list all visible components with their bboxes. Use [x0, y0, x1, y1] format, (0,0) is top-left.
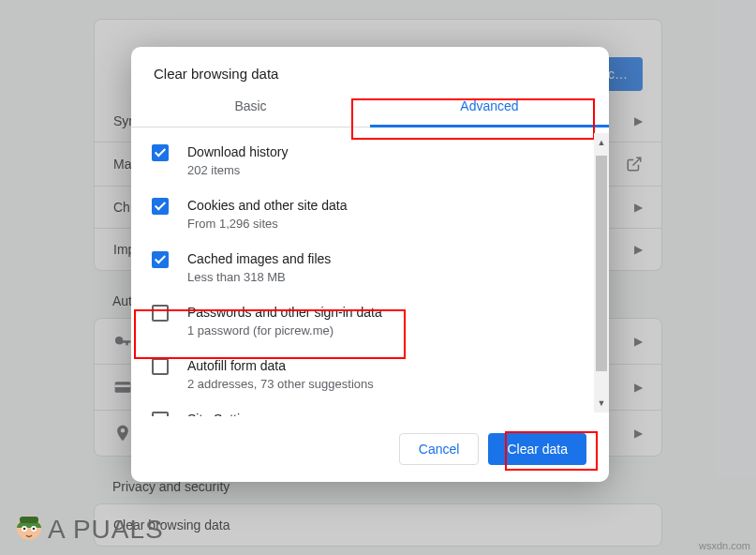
option-sublabel: From 1,296 sites: [187, 216, 347, 232]
mascot-icon: [7, 508, 51, 551]
appuals-logo: A PUALS: [7, 508, 164, 551]
option-label: Autofill form data: [187, 356, 374, 375]
tab-advanced[interactable]: Advanced: [370, 98, 609, 127]
dialog-tabs: Basic Advanced: [131, 98, 609, 128]
svg-point-8: [33, 528, 36, 531]
scrollbar-thumb[interactable]: [596, 156, 607, 371]
dialog-title: Clear browsing data: [131, 47, 609, 98]
checkbox-cookies[interactable]: [152, 198, 169, 215]
tab-basic[interactable]: Basic: [131, 98, 370, 127]
option-sublabel: 1 password (for picrew.me): [187, 322, 382, 339]
option-label: Site Settings: [187, 410, 261, 416]
option-sublabel: 202 items: [187, 162, 288, 179]
option-label: Cached images and files: [187, 249, 331, 268]
cancel-button[interactable]: Cancel: [399, 433, 480, 465]
option-sublabel: Less than 318 MB: [187, 269, 331, 286]
checkbox-download-history[interactable]: [152, 144, 169, 161]
checkbox-passwords[interactable]: [152, 305, 169, 322]
options-scroll-area: Download history 202 items Cookies and o…: [131, 128, 609, 416]
option-label: Download history: [187, 142, 288, 161]
option-label: Passwords and other sign-in data: [187, 303, 382, 322]
clear-browsing-data-dialog: Clear browsing data Basic Advanced Downl…: [131, 47, 609, 482]
option-cookies[interactable]: Cookies and other site data From 1,296 s…: [152, 190, 601, 244]
scrollbar-up-arrow[interactable]: ▲: [594, 135, 609, 150]
option-site-settings[interactable]: Site Settings 11 sites: [152, 404, 601, 416]
svg-point-7: [23, 528, 26, 531]
scrollbar-down-arrow[interactable]: ▼: [594, 396, 609, 411]
logo-text: A PUALS: [48, 515, 164, 545]
checkbox-autofill[interactable]: [152, 358, 169, 375]
option-passwords[interactable]: Passwords and other sign-in data 1 passw…: [152, 297, 601, 351]
svg-rect-4: [20, 517, 38, 523]
scrollbar[interactable]: ▲ ▼: [594, 133, 609, 412]
checkbox-cached-images[interactable]: [152, 251, 169, 268]
option-autofill-form-data[interactable]: Autofill form data 2 addresses, 73 other…: [152, 351, 601, 404]
options-list: Download history 202 items Cookies and o…: [131, 128, 609, 416]
option-sublabel: 2 addresses, 73 other suggestions: [187, 376, 374, 393]
clear-data-button[interactable]: Clear data: [488, 433, 586, 465]
watermark-text: wsxdn.com: [699, 540, 750, 551]
option-download-history[interactable]: Download history 202 items: [152, 137, 601, 190]
dialog-footer: Cancel Clear data: [131, 416, 609, 482]
option-cached-images[interactable]: Cached images and files Less than 318 MB: [152, 244, 601, 297]
option-label: Cookies and other site data: [187, 196, 347, 215]
